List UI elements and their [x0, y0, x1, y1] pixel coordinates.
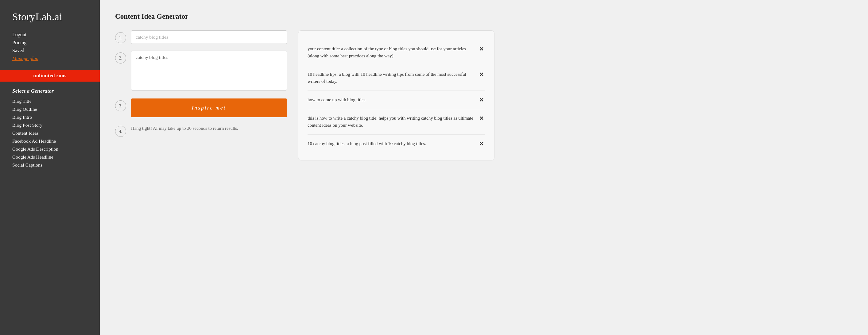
sidebar-item-blog-intro[interactable]: Blog Intro: [12, 114, 88, 120]
step-3-button-col: Inspire me!: [131, 98, 287, 117]
result-text: how to come up with blog titles.: [308, 96, 474, 103]
step-4-row: 4. Hang tight! AI may take up to 30 seco…: [115, 124, 287, 137]
main-content: Content Idea Generator 1. 2.: [100, 0, 868, 335]
left-column: 1. 2. 3. Inspire: [115, 30, 287, 143]
step-4-info: Hang tight! AI may take up to 30 seconds…: [131, 126, 287, 131]
sidebar-item-facebook-ad-headline[interactable]: Facebook Ad Headline: [12, 138, 88, 144]
step-2-input-col: [131, 51, 287, 92]
unlimited-runs-bar: unlimited runs: [0, 70, 100, 81]
result-item: this is how to write a catchy blog title…: [308, 109, 485, 135]
page-title: Content Idea Generator: [115, 12, 852, 21]
result-item: 10 headline tips: a blog with 10 headlin…: [308, 65, 485, 91]
result-text: this is how to write a catchy blog title…: [308, 115, 474, 129]
step-3-circle: 3.: [115, 100, 126, 111]
result-close-button[interactable]: ✕: [478, 97, 485, 103]
sidebar: StoryLab.ai Logout Pricing Saved Manage …: [0, 0, 100, 335]
result-close-button[interactable]: ✕: [478, 115, 485, 122]
result-close-button[interactable]: ✕: [478, 71, 485, 78]
sidebar-item-blog-outline[interactable]: Blog Outline: [12, 106, 88, 112]
sidebar-item-blog-title[interactable]: Blog Title: [12, 98, 88, 104]
sidebar-item-content-ideas[interactable]: Content Ideas: [12, 130, 88, 136]
inspire-button[interactable]: Inspire me!: [131, 98, 287, 117]
step-4-circle: 4.: [115, 126, 126, 137]
sidebar-item-google-ads-description[interactable]: Google Ads Description: [12, 146, 88, 152]
select-generator-label: Select a Generator: [0, 88, 100, 98]
form-area: 1. 2. 3. Inspire: [115, 30, 852, 161]
result-close-button[interactable]: ✕: [478, 46, 485, 53]
step-2-textarea[interactable]: [131, 51, 287, 91]
nav-saved[interactable]: Saved: [12, 47, 88, 54]
sidebar-item-blog-post-story[interactable]: Blog Post Story: [12, 123, 88, 128]
result-text: 10 catchy blog titles: a blog post fille…: [308, 140, 474, 147]
generator-list: Blog TitleBlog OutlineBlog IntroBlog Pos…: [0, 98, 100, 168]
step-1-row: 1.: [115, 30, 287, 44]
step-1-circle: 1.: [115, 32, 126, 43]
step-1-input[interactable]: [131, 30, 287, 44]
sidebar-item-social-captions[interactable]: Social Captions: [12, 162, 88, 168]
step-1-input-col: [131, 30, 287, 44]
step-2-row: 2.: [115, 51, 287, 92]
nav-links: Logout Pricing Saved Manage plan: [0, 31, 100, 67]
result-text: your content title: a collection of the …: [308, 45, 474, 60]
step-2-circle: 2.: [115, 53, 126, 64]
sidebar-item-google-ads-headline[interactable]: Google Ads Headline: [12, 154, 88, 160]
result-item: how to come up with blog titles.✕: [308, 91, 485, 109]
logo-area: StoryLab.ai: [0, 0, 100, 31]
results-column: your content title: a collection of the …: [298, 30, 494, 161]
result-text: 10 headline tips: a blog with 10 headlin…: [308, 71, 474, 85]
result-close-button[interactable]: ✕: [478, 141, 485, 147]
step-4-info-col: Hang tight! AI may take up to 30 seconds…: [131, 124, 287, 131]
step-3-row: 3. Inspire me!: [115, 98, 287, 117]
result-item: 10 catchy blog titles: a blog post fille…: [308, 135, 485, 153]
logo[interactable]: StoryLab.ai: [12, 11, 62, 23]
result-item: your content title: a collection of the …: [308, 40, 485, 65]
nav-logout[interactable]: Logout: [12, 31, 88, 38]
nav-manage-plan[interactable]: Manage plan: [12, 55, 88, 62]
nav-pricing[interactable]: Pricing: [12, 39, 88, 46]
